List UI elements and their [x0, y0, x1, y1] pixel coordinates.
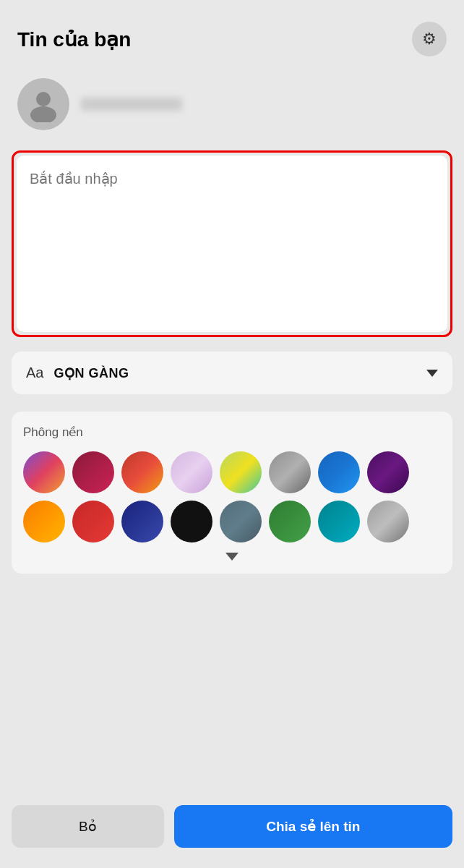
chevron-down-icon	[225, 553, 239, 561]
color-row-2	[23, 501, 441, 542]
background-label: Phông nền	[23, 425, 441, 440]
font-aa-label: Aa	[26, 365, 43, 381]
avatar	[17, 78, 69, 130]
settings-button[interactable]: ⚙	[412, 22, 447, 56]
color-option-14[interactable]	[269, 501, 311, 542]
color-option-9[interactable]	[23, 501, 65, 542]
cancel-button[interactable]: Bỏ	[12, 805, 164, 848]
share-button[interactable]: Chia sẻ lên tin	[174, 805, 452, 848]
page-title: Tin của bạn	[17, 27, 131, 51]
font-name-label: GỌN GÀNG	[53, 365, 129, 381]
color-option-12[interactable]	[171, 501, 212, 542]
background-section: Phông nền	[12, 412, 452, 574]
user-icon	[25, 86, 61, 122]
svg-point-0	[36, 92, 51, 106]
color-option-5[interactable]	[220, 451, 262, 493]
expand-colors-arrow[interactable]	[23, 553, 441, 561]
color-row-1	[23, 451, 441, 493]
font-dropdown-arrow-icon	[426, 370, 438, 377]
color-option-15[interactable]	[318, 501, 360, 542]
text-input-inner	[17, 156, 447, 332]
text-input-wrapper	[12, 150, 452, 337]
color-grid	[23, 451, 441, 542]
font-selector-left: Aa GỌN GÀNG	[26, 365, 129, 381]
color-option-10[interactable]	[72, 501, 114, 542]
color-option-1[interactable]	[23, 451, 65, 493]
gear-icon: ⚙	[422, 30, 437, 48]
color-option-13[interactable]	[220, 501, 262, 542]
username-label	[81, 98, 182, 111]
color-option-16[interactable]	[367, 501, 409, 542]
color-option-7[interactable]	[318, 451, 360, 493]
color-option-8[interactable]	[367, 451, 409, 493]
color-option-4[interactable]	[171, 451, 212, 493]
color-option-11[interactable]	[121, 501, 163, 542]
header: Tin của bạn ⚙	[0, 0, 464, 71]
svg-point-1	[30, 106, 56, 122]
bottom-buttons: Bỏ Chia sẻ lên tin	[0, 792, 464, 868]
page-container: Tin của bạn ⚙ Aa GỌN GÀNG Phông nền	[0, 0, 464, 868]
color-option-2[interactable]	[72, 451, 114, 493]
story-text-input[interactable]	[30, 170, 434, 315]
color-option-3[interactable]	[121, 451, 163, 493]
font-selector[interactable]: Aa GỌN GÀNG	[12, 352, 452, 394]
color-option-6[interactable]	[269, 451, 311, 493]
user-row	[0, 71, 464, 145]
